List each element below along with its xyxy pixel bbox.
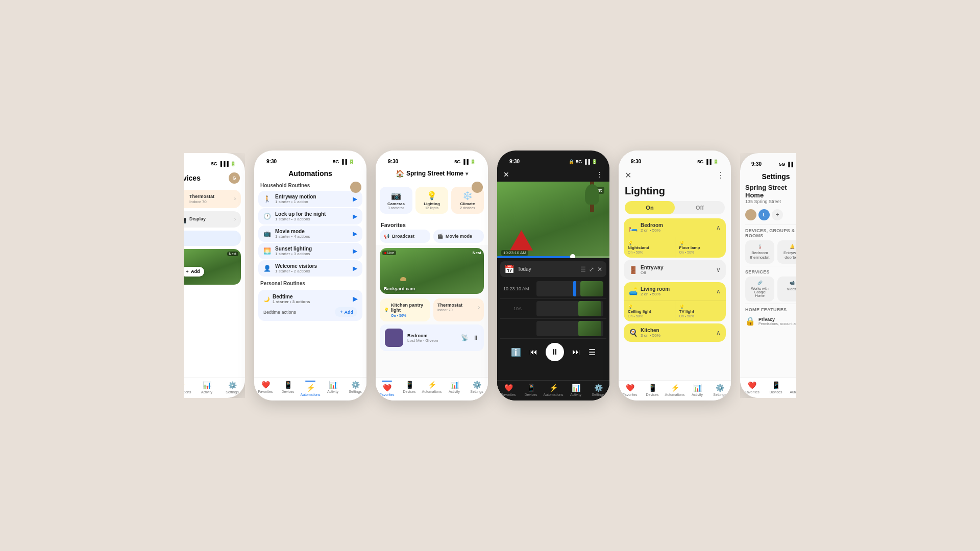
routine-sunset[interactable]: 🌅 Sunset lighting 1 starter • 3 actions … [258,243,362,259]
living-room-expand[interactable]: ∧ [716,288,721,295]
nav-activity-3[interactable]: 📊 Activity [443,381,465,396]
nav-set-4[interactable]: ⚙️ Settings [587,384,609,396]
nav-act-4[interactable]: 📊 Activity [565,384,587,396]
play-btn-bedtime[interactable]: ▶ [353,295,357,303]
backyard-cam-card[interactable]: Live Nest Backyard cam [380,248,484,294]
bedroom-thermostat-item[interactable]: 🌡️ Bedroom thermostat [745,240,774,264]
cameras-chip[interactable]: 📷 Cameras 3 cameras [380,187,412,214]
add-button[interactable]: ＋ Add [181,267,204,277]
nav-activity-2[interactable]: 📊 Activity [322,381,344,396]
broadcast-chip[interactable]: 📢 Broadcast [380,230,430,243]
play-btn-1[interactable]: ▶ [353,195,357,203]
extra-card[interactable] [173,231,241,246]
floor-lamp-tile[interactable]: 💡 Floor lamp On • 50% [675,237,726,258]
nav-activity-1[interactable]: 📊 Activity [194,381,219,394]
privacy-item[interactable]: 🔒 Privacy Permissions, account activity [745,314,806,328]
list-icon[interactable]: ☰ [580,266,586,273]
event-thumb-1[interactable] [580,281,603,296]
info-btn[interactable]: ℹ️ [511,347,521,357]
lighting-chip[interactable]: 💡 Lighting 12 lights [415,187,448,214]
tv-light-tile[interactable]: 💡 TV light On • 50% [675,300,726,321]
display-card[interactable]: 📺 Display › [173,211,241,228]
living-room-header[interactable]: 🛋️ Living room 2 on • 50% ∧ [624,282,726,300]
on-btn[interactable]: On [625,201,675,214]
member-avatar-2[interactable]: L [758,209,770,220]
nightstand-tile[interactable]: 💡 Nightstand On • 50% [624,237,675,258]
event-thumb-2[interactable] [578,301,601,316]
playlist-btn[interactable]: ☰ [589,347,596,357]
cast-icon[interactable]: 📡 [461,334,469,341]
nav-devices-3[interactable]: 📱 Devices [398,381,421,396]
pause-icon[interactable]: ⏸ [473,334,479,341]
timeline-bar[interactable]: 📅 Today ☰ ⤢ ✕ [500,261,606,277]
ceiling-light-tile[interactable]: 💡 Ceiling light On • 50% [624,300,675,321]
close-btn[interactable]: ✕ [503,170,509,179]
user-avatar-2[interactable] [350,182,361,193]
nav-settings-3[interactable]: ⚙️ Settings [465,381,488,396]
thermostat-tile[interactable]: Thermostat Indoor 70 › [433,298,484,321]
play-pause-btn[interactable]: ⏸ [546,343,564,361]
next-btn[interactable]: ⏭ [572,347,580,357]
nav-auto-4[interactable]: ⚡ Automations [542,384,565,396]
bedtime-add-btn[interactable]: ＋ Add [335,307,358,317]
nav-settings-1[interactable]: ⚙️ Settings [219,381,245,394]
close-timeline-icon[interactable]: ✕ [597,266,602,273]
lighting-menu[interactable]: ⋮ [717,170,725,180]
play-btn-2[interactable]: ▶ [353,213,357,220]
routine-icon-1: 🚶 [263,195,271,203]
nav-favorites-2[interactable]: ❤️ Favorites [254,381,277,396]
home-title[interactable]: Spring Street Home [406,170,463,177]
user-avatar-3[interactable] [472,182,483,193]
video-service[interactable]: 📹 Video [777,277,806,302]
music-card[interactable]: Bedroom Lost Me · Giveon 📡 ⏸ [380,324,484,351]
kitchen-light-tile[interactable]: 💡 Kitchen pantry light On • 50% [380,298,430,321]
nav-devices-2[interactable]: 📱 Devices [277,381,299,396]
entryway-expand[interactable]: ∨ [716,266,721,273]
nav-automations-2[interactable]: ⚡ Automations [299,381,322,396]
nav-automations-1[interactable]: ⚡ Automations [168,381,194,394]
kitchen-expand[interactable]: ∧ [716,329,721,336]
kitchen-header[interactable]: 🍳 Kitchen 3 on • 50% ∧ [624,323,726,342]
prev-btn[interactable]: ⏮ [529,347,537,357]
nav-settings-2[interactable]: ⚙️ Settings [344,381,366,396]
nav-set-5[interactable]: ⚙️ Settings [708,384,731,396]
event-thumb-3[interactable] [578,321,601,336]
nav-auto-6[interactable]: ⚡ Automations [788,381,812,394]
nav-dev-6[interactable]: 📱 Devices [764,381,788,394]
nav-auto-5[interactable]: ⚡ Automations [664,384,686,396]
more-btn[interactable]: ⋮ [596,170,603,179]
camera-thumb-1[interactable]: Nest ＋ Add [173,249,241,285]
nav-fav-5[interactable]: ❤️ Favorites [619,384,641,396]
movie-chip[interactable]: 🎬 Movie mode [433,230,484,243]
entryway-doorbell-item[interactable]: 🔔 Entryway doorbell [777,240,806,264]
off-btn[interactable]: Off [675,201,725,214]
dropdown-arrow[interactable]: ▾ [465,171,468,177]
play-btn-3[interactable]: ▶ [353,230,357,237]
play-btn-4[interactable]: ▶ [353,247,357,255]
routine-entryway[interactable]: 🚶 Entryway motion 1 starter • 1 action ▶ [258,191,362,207]
routine-lock[interactable]: 🕐 Lock up for the night 1 starter • 3 ac… [258,208,362,224]
google-home-service[interactable]: 🔗 Works with Google Home [745,277,774,302]
routine-movie[interactable]: 📺 Movie mode 1 starter • 4 actions ▶ [258,226,362,242]
feed-scrubber-bar[interactable] [497,256,609,258]
expand-icon[interactable]: ⤢ [589,266,594,273]
nav-act-5[interactable]: 📊 Activity [686,384,708,396]
bedroom-header[interactable]: 🛏️ Bedroom 2 on • 50% ∧ [624,218,726,237]
play-btn-5[interactable]: ▶ [353,265,357,272]
nav-automations-3[interactable]: ⚡ Automations [421,381,443,396]
nav-fav-4[interactable]: ❤️ Favorites [497,384,520,396]
phone2-content: Automations Household Routines 🚶 Entrywa… [254,167,366,400]
bedroom-expand[interactable]: ∧ [716,224,721,231]
add-member-btn[interactable]: + [772,209,783,220]
nav-dev-5[interactable]: 📱 Devices [641,384,664,396]
user-avatar-1[interactable]: G [229,172,240,184]
entryway-header[interactable]: 🚪 Entryway Off ∨ [624,260,726,280]
thermostat-card[interactable]: 🌡️ Thermostat Indoor 70 › [173,190,241,208]
nav-dev-4[interactable]: 📱 Devices [520,384,542,396]
nav-fav-6[interactable]: ❤️ Favorites [740,381,764,394]
routine-welcome[interactable]: 👤 Welcome visitors 1 starter • 2 actions… [258,260,362,277]
bottom-nav-1: ⚡ Automations 📊 Activity ⚙️ Settings [168,378,245,398]
lighting-close[interactable]: ✕ [625,170,631,180]
nav-favorites-3[interactable]: ❤️ Favorites [376,381,398,396]
member-avatar-1[interactable] [745,209,756,220]
